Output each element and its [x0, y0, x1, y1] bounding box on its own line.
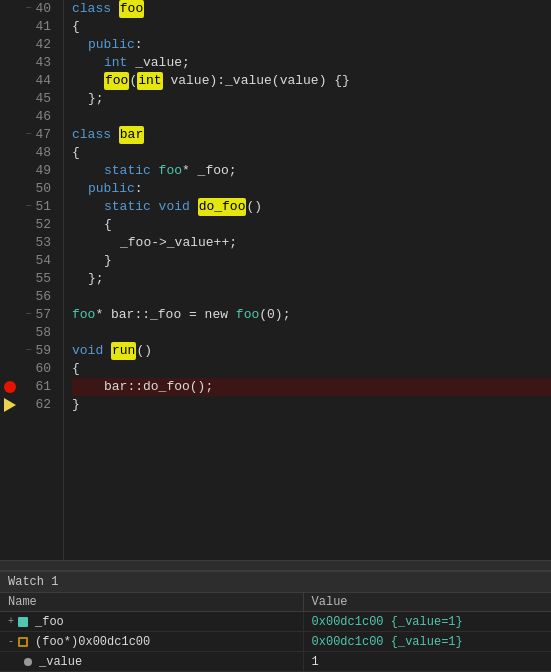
watch-col-value: Value [303, 593, 551, 612]
watch-table: Name Value + _foo 0x00dc1c00 {_value=1} [0, 593, 551, 672]
ln-44: 44 [24, 72, 55, 90]
collapse-47[interactable]: − [25, 126, 31, 144]
watch-name-0: + _foo [0, 612, 303, 632]
collapse-40[interactable]: − [25, 0, 31, 18]
gutter-58 [0, 324, 20, 342]
gutter-55 [0, 270, 20, 288]
gutter-45 [0, 90, 20, 108]
ln-55: 55 [24, 270, 55, 288]
member-icon-2 [24, 658, 32, 666]
line-59: void run() [72, 342, 551, 360]
gutter-50 [0, 180, 20, 198]
ln-46: 46 [24, 108, 55, 126]
watch-title: Watch 1 [8, 575, 58, 589]
line-42: public: [72, 36, 551, 54]
gutter-44 [0, 72, 20, 90]
gutter-60 [0, 360, 20, 378]
gutter-48 [0, 144, 20, 162]
line-51: static void do_foo() [72, 198, 551, 216]
gutter-56 [0, 288, 20, 306]
code-editor: −40 41 42 43 44 45 46 −47 48 49 50 −51 5… [0, 0, 551, 570]
gutter-59 [0, 342, 20, 360]
watch-val-addr-0: 0x00dc1c00 {_value=1} [312, 615, 463, 629]
gutter-62 [0, 396, 20, 414]
line-47: class bar [72, 126, 551, 144]
gutter-42 [0, 36, 20, 54]
line-55: }; [72, 270, 551, 288]
line-61: bar::do_foo(); [72, 378, 551, 396]
line-46 [72, 108, 551, 126]
ln-40: −40 [24, 0, 55, 18]
line-49: static foo* _foo; [72, 162, 551, 180]
watch-table-header: Name Value [0, 593, 551, 612]
ln-56: 56 [24, 288, 55, 306]
ln-42: 42 [24, 36, 55, 54]
line-56 [72, 288, 551, 306]
ln-43: 43 [24, 54, 55, 72]
line-60: { [72, 360, 551, 378]
watch-label-1: (foo*)0x00dc1c00 [35, 635, 150, 649]
watch-value-1: 0x00dc1c00 {_value=1} [303, 632, 551, 652]
watch-panel: Watch 1 Name Value + _foo 0x00dc1c00 {_ [0, 570, 551, 672]
ln-54: 54 [24, 252, 55, 270]
line-43: int _value; [72, 54, 551, 72]
watch-row-1[interactable]: - (foo*)0x00dc1c00 0x00dc1c00 {_value=1} [0, 632, 551, 652]
ln-58: 58 [24, 324, 55, 342]
watch-header: Watch 1 [0, 572, 551, 593]
gutter-46 [0, 108, 20, 126]
ln-50: 50 [24, 180, 55, 198]
ln-53: 53 [24, 234, 55, 252]
ln-60: 60 [24, 360, 55, 378]
line-53: _foo->_value++; [72, 234, 551, 252]
pointer-icon-0 [18, 617, 28, 627]
collapse-51[interactable]: − [25, 198, 31, 216]
ln-59: −59 [24, 342, 55, 360]
gutter-40 [0, 0, 20, 18]
gutter-41 [0, 18, 20, 36]
watch-value-2: 1 [303, 652, 551, 672]
expand-icon-0[interactable]: + [8, 616, 14, 627]
ln-51: −51 [24, 198, 55, 216]
left-gutter [0, 0, 20, 560]
current-line-arrow [4, 398, 16, 412]
collapse-59[interactable]: − [25, 342, 31, 360]
gutter-43 [0, 54, 20, 72]
ln-62: 62 [24, 396, 55, 414]
gutter-57 [0, 306, 20, 324]
collapse-57[interactable]: − [25, 306, 31, 324]
line-41: { [72, 18, 551, 36]
line-40: class foo [72, 0, 551, 18]
watch-name-2: _value [0, 652, 303, 672]
gutter-51 [0, 198, 20, 216]
ln-45: 45 [24, 90, 55, 108]
horizontal-scrollbar[interactable] [0, 560, 551, 570]
line-48: { [72, 144, 551, 162]
line-50: public: [72, 180, 551, 198]
ln-49: 49 [24, 162, 55, 180]
watch-name-1: - (foo*)0x00dc1c00 [0, 632, 303, 652]
ln-57: −57 [24, 306, 55, 324]
watch-val-addr-1: 0x00dc1c00 {_value=1} [312, 635, 463, 649]
ln-52: 52 [24, 216, 55, 234]
line-52: { [72, 216, 551, 234]
line-62: } [72, 396, 551, 414]
gutter-47 [0, 126, 20, 144]
gutter-49 [0, 162, 20, 180]
gutter-61 [0, 378, 20, 396]
ln-48: 48 [24, 144, 55, 162]
ln-41: 41 [24, 18, 55, 36]
line-58 [72, 324, 551, 342]
ln-61: 61 [24, 378, 55, 396]
watch-col-name: Name [0, 593, 303, 612]
gutter-53 [0, 234, 20, 252]
watch-label-2: _value [39, 655, 82, 669]
obj-icon-1 [18, 637, 28, 647]
watch-row-0[interactable]: + _foo 0x00dc1c00 {_value=1} [0, 612, 551, 632]
code-lines: class foo { public: int _value; foo(int … [64, 0, 551, 560]
watch-row-2[interactable]: _value 1 [0, 652, 551, 672]
expand-icon-1[interactable]: - [8, 636, 14, 647]
line-57: foo* bar::_foo = new foo(0); [72, 306, 551, 324]
watch-val-num-2: 1 [312, 655, 319, 669]
watch-value-0: 0x00dc1c00 {_value=1} [303, 612, 551, 632]
line-numbers: −40 41 42 43 44 45 46 −47 48 49 50 −51 5… [20, 0, 64, 560]
